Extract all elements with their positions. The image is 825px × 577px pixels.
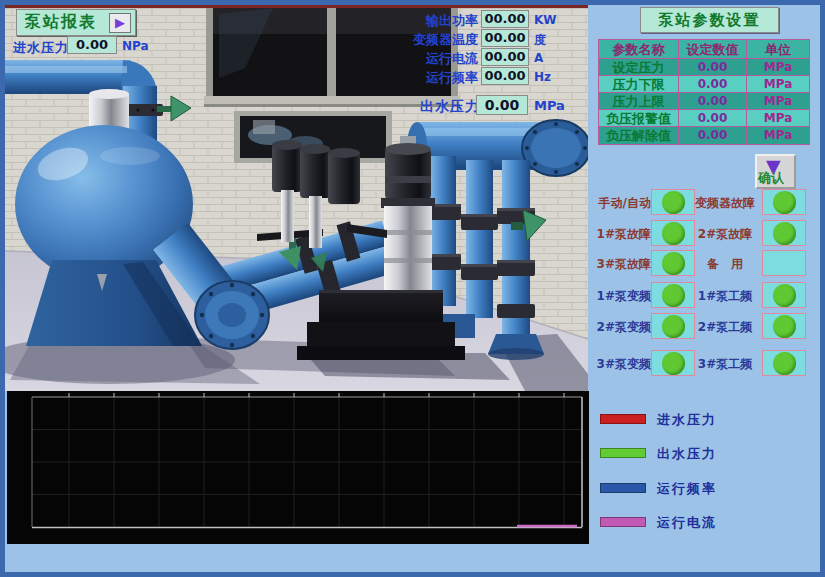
setpoint-pressure-field[interactable]: 0.00 — [679, 59, 747, 76]
lamp-icon — [662, 252, 685, 275]
inverter-temp-value: 00.00 — [481, 29, 529, 47]
legend-label-current: 运行电流 — [657, 514, 717, 532]
hmi-screen: 泵站报表 ▶ 进水压力 0.00 NPa 输出功率 变频器温度 运行电流 运行频… — [0, 0, 825, 577]
inlet-pressure-label: 进水压力 — [13, 39, 69, 57]
status-label-pump3-mains: 3#泵工频 — [688, 356, 762, 373]
pressure-high-limit-field[interactable]: 0.00 — [679, 93, 747, 110]
lamp-pump2-fault[interactable] — [762, 220, 806, 246]
pressure-low-limit-field[interactable]: 0.00 — [679, 76, 747, 93]
legend-label-outlet: 出水压力 — [657, 445, 717, 463]
table-row: 负压解除值 0.00 MPa — [599, 127, 809, 144]
lamp-icon — [773, 352, 796, 375]
vacuum-alarm-field[interactable]: 0.00 — [679, 110, 747, 127]
lamp-icon — [662, 191, 685, 214]
lamp-icon — [662, 284, 685, 307]
output-power-unit: KW — [534, 13, 557, 27]
lamp-icon — [662, 352, 685, 375]
run-frequency-unit: Hz — [534, 70, 551, 84]
report-button-label: 泵站报表 — [25, 12, 97, 33]
lamp-icon — [773, 222, 796, 245]
lamp-spare-empty[interactable] — [762, 250, 806, 276]
table-row: 压力下限 0.00 MPa — [599, 76, 809, 93]
axis-ticks — [69, 393, 564, 397]
play-icon[interactable]: ▶ — [109, 13, 131, 33]
run-current-value: 00.00 — [481, 48, 529, 66]
status-label-pump2-mains: 2#泵工频 — [688, 319, 762, 336]
lamp-icon — [773, 284, 796, 307]
run-frequency-label: 运行频率 — [380, 69, 478, 87]
outlet-pressure-unit: MPa — [534, 98, 565, 113]
legend-label-inlet: 进水压力 — [657, 411, 717, 429]
col-header-unit: 单位 — [747, 40, 809, 59]
col-header-param: 参数名称 — [599, 40, 679, 59]
status-label-pump2-fault: 2#泵故障 — [688, 226, 762, 243]
inverter-temp-unit: 度 — [534, 32, 546, 49]
outlet-pressure-label: 出水压力 — [420, 98, 480, 116]
col-header-value: 设定数值 — [679, 40, 747, 59]
legend-label-frequency: 运行频率 — [657, 480, 717, 498]
status-label-pump3-vfd: 3#泵变频 — [589, 356, 651, 373]
pump-station-hmi: 泵站报表 ▶ 进水压力 0.00 NPa 输出功率 变频器温度 运行电流 运行频… — [0, 0, 825, 577]
lamp-icon — [662, 315, 685, 338]
inverter-temp-label: 变频器温度 — [380, 31, 478, 49]
confirm-button[interactable]: ▼ 确认 — [755, 154, 796, 189]
inlet-pressure-unit: NPa — [122, 39, 149, 53]
inlet-pressure-value: 0.00 — [67, 36, 117, 54]
legend-swatch-inlet — [600, 414, 646, 424]
run-frequency-value: 00.00 — [481, 67, 529, 85]
lamp-pump1-mains[interactable] — [762, 282, 806, 308]
status-label-pump3-fault: 3#泵故障 — [589, 256, 651, 273]
output-power-value: 00.00 — [481, 10, 529, 28]
pump-base — [297, 290, 465, 360]
status-label-pump1-vfd: 1#泵变频 — [589, 288, 651, 305]
lamp-pump3-mains[interactable] — [762, 350, 806, 376]
lamp-pump2-mains[interactable] — [762, 313, 806, 339]
status-label-vfd-fault: 变频器故障 — [688, 195, 762, 212]
settings-panel-title: 泵站参数设置 — [640, 7, 779, 33]
trend-chart — [7, 391, 589, 544]
outlet-pressure-value: 0.00 — [476, 95, 528, 115]
vacuum-release-field[interactable]: 0.00 — [679, 127, 747, 144]
output-power-label: 输出功率 — [380, 12, 478, 30]
settings-table: 参数名称 设定数值 单位 设定压力 0.00 MPa 压力下限 0.00 MPa… — [598, 39, 810, 145]
run-current-unit: A — [534, 51, 543, 65]
confirm-button-label: 确认 — [758, 169, 784, 187]
table-row: 负压报警值 0.00 MPa — [599, 110, 809, 127]
status-label-pump1-fault: 1#泵故障 — [589, 226, 651, 243]
status-label-manual-auto: 手动/自动 — [589, 195, 651, 212]
lamp-icon — [773, 191, 796, 214]
legend-swatch-outlet — [600, 448, 646, 458]
run-current-label: 运行电流 — [380, 50, 478, 68]
legend-swatch-current — [600, 517, 646, 527]
status-label-spare: 备 用 — [688, 256, 762, 273]
status-label-pump1-mains: 1#泵工频 — [688, 288, 762, 305]
lamp-icon — [773, 315, 796, 338]
lamp-vfd-fault[interactable] — [762, 189, 806, 215]
report-button[interactable]: 泵站报表 ▶ — [16, 9, 136, 36]
table-row: 设定压力 0.00 MPa — [599, 59, 809, 76]
table-row: 压力上限 0.00 MPa — [599, 93, 809, 110]
status-label-pump2-vfd: 2#泵变频 — [589, 319, 651, 336]
legend-swatch-frequency — [600, 483, 646, 493]
lamp-icon — [662, 222, 685, 245]
